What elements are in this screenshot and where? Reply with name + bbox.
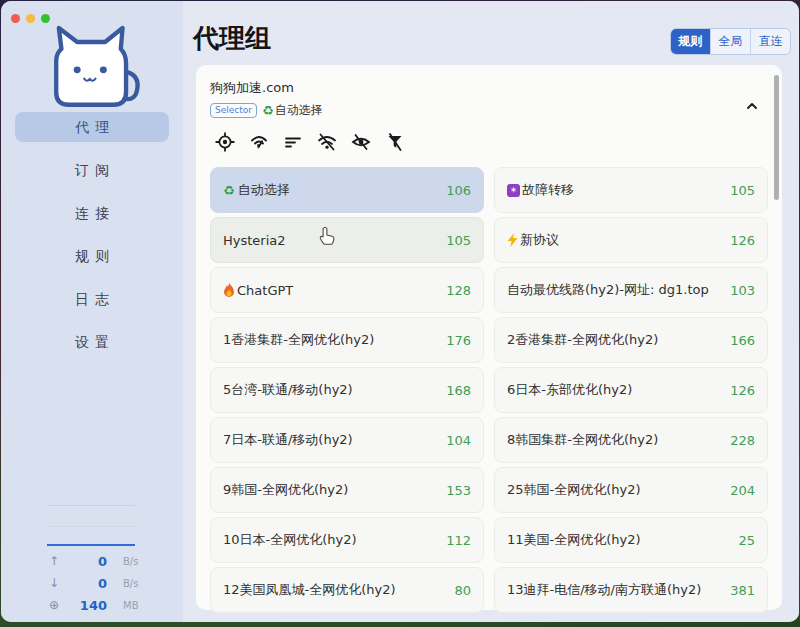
proxy-item[interactable]: 10日本-全网优化(hy2) 112 — [210, 517, 484, 563]
traffic-chart — [47, 505, 135, 546]
proxy-name: 1香港集群-全网优化(hy2) — [223, 331, 438, 349]
proxy-latency: 112 — [446, 533, 471, 548]
sidebar-item-0[interactable]: 代理 — [15, 112, 169, 142]
stat-unit: B/s — [123, 578, 159, 589]
proxy-latency: 168 — [446, 383, 471, 398]
recycle-icon: ♻ — [262, 103, 274, 118]
sidebar-item-3[interactable]: 规则 — [15, 241, 169, 271]
stat-unit: MB — [123, 600, 159, 611]
proxy-latency: 126 — [730, 233, 755, 248]
proxy-name: 6日本-东部优化(hy2) — [507, 381, 722, 399]
stats-rows: ↑ 0 B/s ↓ 0 B/s ⊕ 140 MB — [1, 550, 183, 616]
stat-row: ⊕ 140 MB — [1, 594, 183, 616]
star-icon: ✶ — [507, 184, 520, 197]
stat-row: ↑ 0 B/s — [1, 550, 183, 572]
proxy-item[interactable]: 自动最优线路(hy2)-网址: dg1.top 103 — [494, 267, 768, 313]
mode-button-1[interactable]: 全局 — [710, 29, 750, 54]
proxy-item[interactable]: ♻自动选择 106 — [210, 167, 484, 213]
collapse-button[interactable] — [746, 95, 758, 114]
proxy-name: 13迪拜-电信/移动/南方联通(hy2) — [507, 581, 722, 599]
proxy-name: 8韩国集群-全网优化(hy2) — [507, 431, 722, 449]
stat-value: 0 — [63, 576, 107, 591]
stat-unit: B/s — [123, 556, 159, 567]
proxy-name: 7日本-联通/移动(hy2) — [223, 431, 438, 449]
proxy-name: 自动最优线路(hy2)-网址: dg1.top — [507, 281, 722, 299]
proxy-latency: 381 — [730, 583, 755, 598]
proxy-name: ♻自动选择 — [223, 181, 438, 199]
proxy-item[interactable]: 5台湾-联通/移动(hy2) 168 — [210, 367, 484, 413]
proxy-name: 5台湾-联通/移动(hy2) — [223, 381, 438, 399]
stat-value: 140 — [63, 598, 107, 613]
speedtest-icon[interactable] — [249, 132, 269, 152]
traffic-total-icon: ⊕ — [45, 598, 63, 612]
proxy-latency: 105 — [446, 233, 471, 248]
selector-badge: Selector — [210, 103, 257, 118]
main-area: 代理组 规则全局直连 狗狗加速.com Selector ♻ 自动选择 ♻自动选… — [183, 1, 799, 622]
mode-switch: 规则全局直连 — [670, 28, 791, 55]
sidebar-item-4[interactable]: 日志 — [15, 284, 169, 314]
proxy-latency: 105 — [730, 183, 755, 198]
sidebar: 代理订阅连接规则日志设置 ↑ 0 B/s ↓ 0 B/s ⊕ 140 MB — [1, 1, 183, 622]
proxy-item[interactable]: 12美国凤凰城-全网优化(hy2) 80 — [210, 567, 484, 613]
group-toolbar — [210, 132, 768, 152]
flame-icon — [223, 283, 235, 297]
proxy-item[interactable]: 9韩国-全网优化(hy2) 153 — [210, 467, 484, 513]
proxy-latency: 106 — [446, 183, 471, 198]
eye-off-icon[interactable] — [351, 132, 371, 152]
upload-arrow-icon: ↑ — [45, 554, 63, 568]
proxy-name: Hysteria2 — [223, 233, 438, 248]
proxy-item[interactable]: ✶故障转移 105 — [494, 167, 768, 213]
proxy-name: ✶故障转移 — [507, 181, 722, 199]
locate-icon[interactable] — [215, 132, 235, 152]
proxy-name: 11美国-全网优化(hy2) — [507, 531, 730, 549]
chevron-up-icon — [748, 104, 756, 108]
proxy-item[interactable]: 2香港集群-全网优化(hy2) 166 — [494, 317, 768, 363]
sidebar-item-5[interactable]: 设置 — [15, 327, 169, 357]
proxy-item[interactable]: 1香港集群-全网优化(hy2) 176 — [210, 317, 484, 363]
scrollbar-thumb[interactable] — [774, 75, 779, 200]
proxy-item[interactable]: 7日本-联通/移动(hy2) 104 — [210, 417, 484, 463]
stat-value: 0 — [63, 554, 107, 569]
proxy-name: 2香港集群-全网优化(hy2) — [507, 331, 722, 349]
proxy-name: 新协议 — [507, 231, 722, 249]
proxy-latency: 126 — [730, 383, 755, 398]
sort-icon[interactable] — [283, 132, 303, 152]
proxy-latency: 25 — [738, 533, 755, 548]
download-arrow-icon: ↓ — [45, 576, 63, 590]
sidebar-stats: ↑ 0 B/s ↓ 0 B/s ⊕ 140 MB — [1, 505, 183, 616]
mode-button-2[interactable]: 直连 — [750, 29, 790, 54]
proxy-item[interactable]: 11美国-全网优化(hy2) 25 — [494, 517, 768, 563]
proxy-latency: 166 — [730, 333, 755, 348]
proxy-name: ChatGPT — [223, 283, 438, 298]
proxy-item[interactable]: Hysteria2 105 — [210, 217, 484, 263]
proxy-item[interactable]: ChatGPT 128 — [210, 267, 484, 313]
proxy-item[interactable]: 13迪拜-电信/移动/南方联通(hy2) 381 — [494, 567, 768, 613]
proxy-group-card: 狗狗加速.com Selector ♻ 自动选择 ♻自动选择 106 ✶故障转移… — [196, 65, 782, 610]
group-name: 狗狗加速.com — [210, 79, 768, 97]
proxy-name: 10日本-全网优化(hy2) — [223, 531, 438, 549]
proxy-latency: 153 — [446, 483, 471, 498]
proxy-item[interactable]: 新协议 126 — [494, 217, 768, 263]
sidebar-item-1[interactable]: 订阅 — [15, 155, 169, 185]
proxy-latency: 176 — [446, 333, 471, 348]
proxy-item[interactable]: 8韩国集群-全网优化(hy2) 228 — [494, 417, 768, 463]
mode-button-0[interactable]: 规则 — [671, 29, 710, 54]
app-window: 代理订阅连接规则日志设置 ↑ 0 B/s ↓ 0 B/s ⊕ 140 MB 代理… — [1, 1, 799, 622]
filter-off-icon[interactable] — [385, 132, 405, 152]
sidebar-item-2[interactable]: 连接 — [15, 198, 169, 228]
recycle-icon: ♻ — [223, 183, 235, 198]
proxy-name: 25韩国-全网优化(hy2) — [507, 481, 722, 499]
stat-row: ↓ 0 B/s — [1, 572, 183, 594]
wifi-off-icon[interactable] — [317, 132, 337, 152]
proxy-latency: 228 — [730, 433, 755, 448]
proxy-latency: 104 — [446, 433, 471, 448]
close-button[interactable] — [11, 14, 20, 23]
bolt-icon — [507, 233, 518, 247]
proxy-name: 9韩国-全网优化(hy2) — [223, 481, 438, 499]
proxy-item[interactable]: 25韩国-全网优化(hy2) 204 — [494, 467, 768, 513]
current-proxy: ♻ 自动选择 — [262, 102, 323, 119]
sidebar-nav: 代理订阅连接规则日志设置 — [15, 112, 169, 370]
proxy-latency: 204 — [730, 483, 755, 498]
proxy-item[interactable]: 6日本-东部优化(hy2) 126 — [494, 367, 768, 413]
proxy-name: 12美国凤凰城-全网优化(hy2) — [223, 581, 446, 599]
